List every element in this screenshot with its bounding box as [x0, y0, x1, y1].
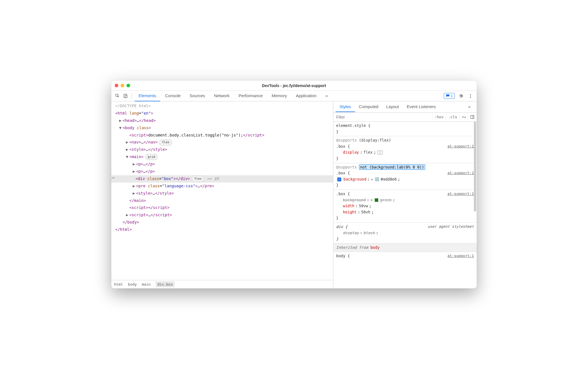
- crumb-body[interactable]: body: [128, 282, 137, 286]
- tab-event-listeners[interactable]: Event Listeners: [403, 102, 440, 112]
- traffic-lights: [115, 84, 130, 87]
- dom-body-open[interactable]: ▼<body class>: [111, 124, 333, 132]
- expand-icon[interactable]: ▶: [371, 177, 373, 182]
- rule-box[interactable]: at-support:1.box { background:▶green; wi…: [333, 190, 477, 223]
- flex-badge[interactable]: flex: [192, 176, 204, 182]
- scrollbar[interactable]: [474, 122, 476, 211]
- styles-tabs: Styles Computed Layout Event Listeners »: [333, 101, 477, 113]
- titlebar: DevTools - jec.fyi/demo/at-support: [111, 81, 477, 91]
- tab-application[interactable]: Application: [292, 91, 320, 101]
- minimize-window-button[interactable]: [121, 84, 124, 87]
- dom-pre[interactable]: ▶<pre class="language-css">…</pre>: [111, 183, 333, 190]
- tab-network[interactable]: Network: [210, 91, 234, 101]
- tab-console[interactable]: Console: [161, 91, 185, 101]
- hov-button[interactable]: :hov: [432, 113, 446, 121]
- dom-script-2[interactable]: ▶<script>…</script>: [111, 211, 333, 219]
- ellipsis-icon[interactable]: ⋯: [112, 175, 115, 180]
- chevron-right-icon[interactable]: ▶: [126, 211, 129, 219]
- expand-icon[interactable]: ▶: [371, 198, 372, 202]
- devtools-window: DevTools - jec.fyi/demo/at-support Eleme…: [111, 81, 477, 288]
- selection-ref: == $0: [207, 176, 219, 181]
- svg-rect-6: [471, 115, 474, 119]
- styles-panel: Styles Computed Layout Event Listeners »…: [333, 101, 477, 288]
- chevron-right-icon[interactable]: ▶: [133, 168, 136, 175]
- dom-body-close[interactable]: </body>: [111, 219, 333, 226]
- rule-supports-not-lab[interactable]: @supports not (background:lab(0% 0 0)) a…: [333, 163, 477, 190]
- filter-input[interactable]: [333, 113, 432, 121]
- dom-html-close[interactable]: </html>: [111, 226, 333, 233]
- chevron-right-icon[interactable]: ▶: [126, 146, 129, 153]
- chevron-right-icon[interactable]: ▶: [126, 139, 129, 146]
- issues-button[interactable]: 1: [444, 93, 455, 99]
- dom-html-open[interactable]: <html lang="en">: [111, 110, 333, 117]
- dom-doctype[interactable]: <!DOCTYPE html>: [111, 102, 333, 110]
- new-rule-button[interactable]: +◢: [459, 113, 468, 121]
- grid-badge[interactable]: grid: [145, 154, 158, 160]
- settings-icon[interactable]: [458, 93, 464, 99]
- tab-styles[interactable]: Styles: [336, 102, 355, 112]
- color-swatch[interactable]: [375, 177, 379, 181]
- crumb-html[interactable]: html: [114, 282, 123, 286]
- computed-sidebar-icon[interactable]: [468, 113, 477, 121]
- dom-p-1[interactable]: ▶<p>…</p>: [111, 161, 333, 168]
- rule-supports-flex[interactable]: @supports (display:flex) at-support:1.bo…: [333, 136, 477, 163]
- issues-count: 1: [451, 94, 453, 98]
- styles-rules[interactable]: element.style { } @supports (display:fle…: [333, 122, 477, 288]
- more-menu-icon[interactable]: [467, 93, 474, 99]
- dom-tree[interactable]: <!DOCTYPE html> <html lang="en"> ▶<head>…: [111, 101, 333, 280]
- rule-ua-div[interactable]: user agent stylesheetdiv { display: bloc…: [333, 223, 477, 243]
- chevron-down-icon[interactable]: ▼: [126, 153, 129, 161]
- tab-layout[interactable]: Layout: [382, 102, 403, 112]
- zoom-window-button[interactable]: [126, 84, 130, 87]
- highlighted-condition: not (background:lab(0% 0 0)): [359, 164, 425, 170]
- dom-script-inline[interactable]: <script>document.body.classList.toggle("…: [111, 132, 333, 139]
- source-link[interactable]: at-support:1: [447, 191, 474, 197]
- declaration[interactable]: height: 50vh;: [336, 209, 474, 215]
- dom-style-1[interactable]: ▶<style>…</style>: [111, 146, 333, 153]
- source-link[interactable]: at-support:1: [447, 144, 474, 149]
- tab-memory[interactable]: Memory: [268, 91, 291, 101]
- styles-tabs-overflow[interactable]: »: [464, 102, 474, 112]
- source-link[interactable]: at-support:1: [447, 170, 474, 176]
- elements-panel: <!DOCTYPE html> <html lang="en"> ▶<head>…: [111, 101, 333, 288]
- crumb-main[interactable]: main: [142, 282, 151, 286]
- source-link[interactable]: at-support:1: [447, 253, 474, 259]
- rule-element-style[interactable]: element.style { }: [333, 122, 477, 136]
- declaration[interactable]: display: flex;: [336, 149, 474, 156]
- declaration[interactable]: width: 50vw;: [336, 203, 474, 209]
- chevron-down-icon[interactable]: ▼: [119, 124, 123, 132]
- flex-editor-icon[interactable]: [377, 151, 383, 154]
- dom-script-empty[interactable]: <script></script>: [111, 204, 333, 211]
- dom-head[interactable]: ▶<head>…</head>: [111, 117, 333, 124]
- chevron-right-icon[interactable]: ▶: [133, 183, 136, 190]
- declaration[interactable]: ✓background:▶#add8e6;: [336, 176, 474, 183]
- inspect-element-icon[interactable]: [114, 93, 121, 99]
- cls-button[interactable]: .cls: [446, 113, 459, 121]
- property-checkbox[interactable]: ✓: [337, 177, 341, 181]
- inherited-separator: Inherited from body: [333, 243, 477, 252]
- device-toolbar-icon[interactable]: [122, 93, 129, 99]
- chevron-right-icon[interactable]: ▶: [133, 190, 136, 197]
- rule-body[interactable]: at-support:1body {: [333, 252, 477, 260]
- toolbar-right: 1: [444, 93, 474, 99]
- dom-selected-div[interactable]: ⋯<div class="box"></div>flex== $0: [111, 175, 333, 183]
- tabs-overflow[interactable]: »: [322, 91, 332, 101]
- flex-badge[interactable]: flex: [159, 139, 172, 145]
- crumb-current[interactable]: div.box: [156, 281, 175, 287]
- dom-nav[interactable]: ▶<nav>…</nav>flex: [111, 139, 333, 146]
- chevron-right-icon[interactable]: ▶: [119, 117, 123, 124]
- dom-main-close[interactable]: </main>: [111, 197, 333, 204]
- chevron-right-icon[interactable]: ▶: [133, 161, 136, 168]
- declaration-overridden[interactable]: display: block;: [336, 230, 474, 236]
- tab-performance[interactable]: Performance: [235, 91, 267, 101]
- dom-p-2[interactable]: ▶<p>…</p>: [111, 168, 333, 175]
- dom-style-2[interactable]: ▶<style>…</style>: [111, 190, 333, 197]
- tab-computed[interactable]: Computed: [355, 102, 382, 112]
- close-window-button[interactable]: [115, 84, 118, 87]
- tab-elements[interactable]: Elements: [135, 91, 160, 101]
- declaration-overridden[interactable]: background:▶green;: [336, 197, 474, 203]
- content-area: <!DOCTYPE html> <html lang="en"> ▶<head>…: [111, 101, 477, 288]
- dom-main-open[interactable]: ▼<main>grid: [111, 153, 333, 161]
- color-swatch[interactable]: [375, 198, 378, 202]
- tab-sources[interactable]: Sources: [186, 91, 209, 101]
